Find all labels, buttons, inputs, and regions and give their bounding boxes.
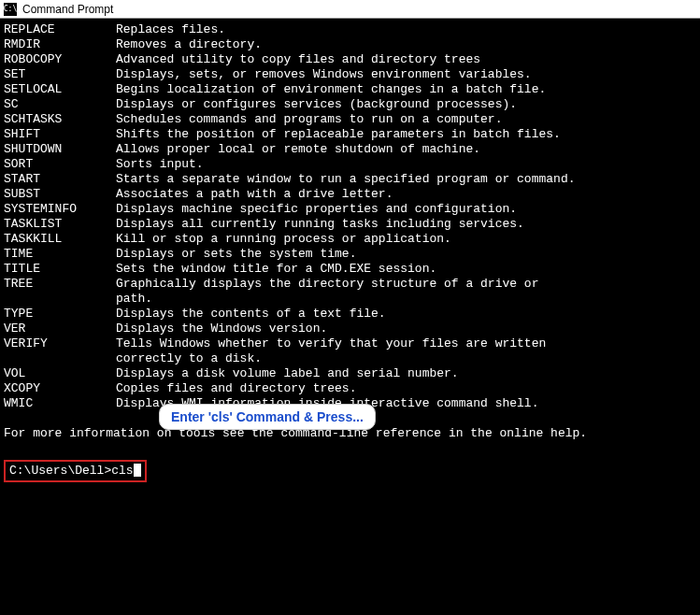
command-row: REPLACEReplaces files. — [4, 22, 696, 37]
command-row: SUBSTAssociates a path with a drive lett… — [4, 187, 696, 202]
command-name: TREE — [4, 277, 116, 292]
command-name: VERIFY — [4, 336, 116, 351]
command-description: Graphically displays the directory struc… — [116, 277, 696, 292]
cmd-icon: C:\ — [4, 3, 17, 16]
command-row: SETLOCALBegins localization of environme… — [4, 82, 696, 97]
command-name: SCHTASKS — [4, 112, 116, 127]
command-row: SYSTEMINFODisplays machine specific prop… — [4, 202, 696, 217]
command-row: RMDIRRemoves a directory. — [4, 37, 696, 52]
command-name: VOL — [4, 366, 116, 381]
command-row: SORTSorts input. — [4, 157, 696, 172]
command-name: SHIFT — [4, 127, 116, 142]
command-row: TITLESets the window title for a CMD.EXE… — [4, 262, 696, 277]
command-name: TIME — [4, 247, 116, 262]
command-description: Displays or configures services (backgro… — [116, 97, 696, 112]
command-name: SET — [4, 67, 116, 82]
command-row: VERIFYTells Windows whether to verify th… — [4, 336, 696, 351]
command-row: ROBOCOPYAdvanced utility to copy files a… — [4, 52, 696, 67]
command-description: Advanced utility to copy files and direc… — [116, 52, 696, 67]
command-name: SHUTDOWN — [4, 142, 116, 157]
command-description: Tells Windows whether to verify that you… — [116, 336, 696, 351]
command-description-cont: path. — [4, 292, 696, 307]
command-description: Displays or sets the system time. — [116, 247, 696, 262]
command-row: SCDisplays or configures services (backg… — [4, 97, 696, 112]
command-description: Displays the Windows version. — [116, 322, 696, 336]
command-description: Associates a path with a drive letter. — [116, 187, 696, 202]
command-name: ROBOCOPY — [4, 52, 116, 67]
command-name: VER — [4, 322, 116, 336]
command-row: VERDisplays the Windows version. — [4, 322, 696, 336]
command-row: SCHTASKSSchedules commands and programs … — [4, 112, 696, 127]
prompt-input[interactable]: cls — [111, 464, 133, 478]
command-row: TASKKILLKill or stop a running process o… — [4, 232, 696, 247]
command-name: SUBST — [4, 187, 116, 202]
command-name: TASKLIST — [4, 217, 116, 232]
command-name: SYSTEMINFO — [4, 202, 116, 217]
command-description: Displays machine specific properties and… — [116, 202, 696, 217]
command-name: START — [4, 172, 116, 187]
command-description: Sets the window title for a CMD.EXE sess… — [116, 262, 696, 277]
window-titlebar[interactable]: C:\ Command Prompt — [0, 0, 700, 19]
command-row: XCOPYCopies files and directory trees. — [4, 381, 696, 396]
command-row: VOLDisplays a disk volume label and seri… — [4, 366, 696, 381]
command-description: Removes a directory. — [116, 37, 696, 52]
command-help-list: REPLACEReplaces files.RMDIRRemoves a dir… — [4, 22, 696, 411]
command-description: Schedules commands and programs to run o… — [116, 112, 696, 127]
window-title: Command Prompt — [22, 3, 113, 16]
command-name: TITLE — [4, 262, 116, 277]
command-description: Replaces files. — [116, 22, 696, 37]
command-description: Begins localization of environment chang… — [116, 82, 696, 97]
command-name: REPLACE — [4, 22, 116, 37]
command-row: SHIFTShifts the position of replaceable … — [4, 127, 696, 142]
prompt-path: C:\Users\Dell> — [9, 464, 111, 478]
command-description: Copies files and directory trees. — [116, 381, 696, 396]
command-description-cont: correctly to a disk. — [4, 351, 696, 366]
command-row: SHUTDOWNAllows proper local or remote sh… — [4, 142, 696, 157]
command-row: TYPEDisplays the contents of a text file… — [4, 307, 696, 322]
command-description: Sorts input. — [116, 157, 696, 172]
command-row: TIMEDisplays or sets the system time. — [4, 247, 696, 262]
command-description: Displays all currently running tasks inc… — [116, 217, 696, 232]
command-description: Shifts the position of replaceable param… — [116, 127, 696, 142]
terminal-area[interactable]: REPLACEReplaces files.RMDIRRemoves a dir… — [0, 19, 700, 615]
command-name: RMDIR — [4, 37, 116, 52]
cursor — [134, 464, 141, 477]
prompt-highlight: C:\Users\Dell>cls — [4, 460, 147, 482]
command-name: SORT — [4, 157, 116, 172]
command-description: Kill or stop a running process or applic… — [116, 232, 696, 247]
command-row: TREEGraphically displays the directory s… — [4, 277, 696, 292]
command-row: TASKLISTDisplays all currently running t… — [4, 217, 696, 232]
command-description: Displays a disk volume label and serial … — [116, 366, 696, 381]
command-row: STARTStarts a separate window to run a s… — [4, 172, 696, 187]
command-name: XCOPY — [4, 381, 116, 396]
command-description: Allows proper local or remote shutdown o… — [116, 142, 696, 157]
command-name: WMIC — [4, 396, 116, 411]
command-name: SETLOCAL — [4, 82, 116, 97]
command-description: Displays, sets, or removes Windows envir… — [116, 67, 696, 82]
command-name: TYPE — [4, 307, 116, 322]
command-description: Displays the contents of a text file. — [116, 307, 696, 322]
blank-line — [4, 441, 696, 456]
command-row: SETDisplays, sets, or removes Windows en… — [4, 67, 696, 82]
command-name: SC — [4, 97, 116, 112]
command-name: TASKKILL — [4, 232, 116, 247]
annotation-callout: Enter 'cls' Command & Press... — [159, 404, 376, 430]
command-description: Starts a separate window to run a specif… — [116, 172, 696, 187]
